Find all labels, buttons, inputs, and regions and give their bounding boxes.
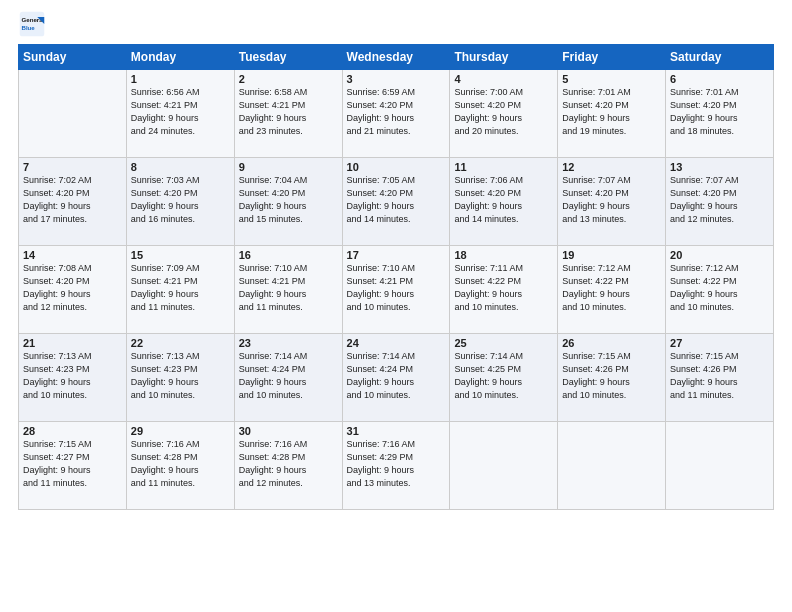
day-info: Sunrise: 7:13 AM Sunset: 4:23 PM Dayligh… (23, 350, 122, 402)
day-number: 17 (347, 249, 446, 261)
day-of-week-header: Tuesday (234, 45, 342, 70)
calendar-cell: 21Sunrise: 7:13 AM Sunset: 4:23 PM Dayli… (19, 334, 127, 422)
calendar-cell: 31Sunrise: 7:16 AM Sunset: 4:29 PM Dayli… (342, 422, 450, 510)
day-number: 30 (239, 425, 338, 437)
day-info: Sunrise: 7:16 AM Sunset: 4:29 PM Dayligh… (347, 438, 446, 490)
calendar-cell: 29Sunrise: 7:16 AM Sunset: 4:28 PM Dayli… (126, 422, 234, 510)
day-number: 22 (131, 337, 230, 349)
day-number: 28 (23, 425, 122, 437)
calendar-cell: 19Sunrise: 7:12 AM Sunset: 4:22 PM Dayli… (558, 246, 666, 334)
calendar-week-row: 21Sunrise: 7:13 AM Sunset: 4:23 PM Dayli… (19, 334, 774, 422)
day-of-week-header: Saturday (666, 45, 774, 70)
calendar-body: 1Sunrise: 6:56 AM Sunset: 4:21 PM Daylig… (19, 70, 774, 510)
day-info: Sunrise: 7:06 AM Sunset: 4:20 PM Dayligh… (454, 174, 553, 226)
day-info: Sunrise: 6:59 AM Sunset: 4:20 PM Dayligh… (347, 86, 446, 138)
day-info: Sunrise: 7:12 AM Sunset: 4:22 PM Dayligh… (562, 262, 661, 314)
day-number: 25 (454, 337, 553, 349)
day-number: 15 (131, 249, 230, 261)
day-info: Sunrise: 7:08 AM Sunset: 4:20 PM Dayligh… (23, 262, 122, 314)
day-number: 10 (347, 161, 446, 173)
day-info: Sunrise: 7:04 AM Sunset: 4:20 PM Dayligh… (239, 174, 338, 226)
day-number: 3 (347, 73, 446, 85)
calendar-cell: 28Sunrise: 7:15 AM Sunset: 4:27 PM Dayli… (19, 422, 127, 510)
day-number: 23 (239, 337, 338, 349)
day-info: Sunrise: 7:05 AM Sunset: 4:20 PM Dayligh… (347, 174, 446, 226)
calendar-cell: 10Sunrise: 7:05 AM Sunset: 4:20 PM Dayli… (342, 158, 450, 246)
day-number: 11 (454, 161, 553, 173)
calendar-cell: 5Sunrise: 7:01 AM Sunset: 4:20 PM Daylig… (558, 70, 666, 158)
logo-icon: General Blue (18, 10, 46, 38)
calendar-cell: 6Sunrise: 7:01 AM Sunset: 4:20 PM Daylig… (666, 70, 774, 158)
calendar-cell: 23Sunrise: 7:14 AM Sunset: 4:24 PM Dayli… (234, 334, 342, 422)
day-number: 24 (347, 337, 446, 349)
calendar-cell: 3Sunrise: 6:59 AM Sunset: 4:20 PM Daylig… (342, 70, 450, 158)
calendar-cell: 24Sunrise: 7:14 AM Sunset: 4:24 PM Dayli… (342, 334, 450, 422)
calendar-cell (666, 422, 774, 510)
day-number: 21 (23, 337, 122, 349)
calendar-cell: 2Sunrise: 6:58 AM Sunset: 4:21 PM Daylig… (234, 70, 342, 158)
day-number: 8 (131, 161, 230, 173)
calendar-cell (558, 422, 666, 510)
logo: General Blue (18, 10, 50, 38)
calendar-cell: 30Sunrise: 7:16 AM Sunset: 4:28 PM Dayli… (234, 422, 342, 510)
day-number: 13 (670, 161, 769, 173)
day-info: Sunrise: 7:12 AM Sunset: 4:22 PM Dayligh… (670, 262, 769, 314)
day-number: 18 (454, 249, 553, 261)
calendar-week-row: 28Sunrise: 7:15 AM Sunset: 4:27 PM Dayli… (19, 422, 774, 510)
day-info: Sunrise: 7:09 AM Sunset: 4:21 PM Dayligh… (131, 262, 230, 314)
day-number: 26 (562, 337, 661, 349)
day-number: 6 (670, 73, 769, 85)
day-of-week-header: Monday (126, 45, 234, 70)
calendar-cell: 7Sunrise: 7:02 AM Sunset: 4:20 PM Daylig… (19, 158, 127, 246)
day-number: 7 (23, 161, 122, 173)
day-info: Sunrise: 7:01 AM Sunset: 4:20 PM Dayligh… (670, 86, 769, 138)
calendar-cell: 8Sunrise: 7:03 AM Sunset: 4:20 PM Daylig… (126, 158, 234, 246)
day-info: Sunrise: 7:14 AM Sunset: 4:24 PM Dayligh… (347, 350, 446, 402)
calendar-cell: 12Sunrise: 7:07 AM Sunset: 4:20 PM Dayli… (558, 158, 666, 246)
day-of-week-header: Friday (558, 45, 666, 70)
calendar-cell: 17Sunrise: 7:10 AM Sunset: 4:21 PM Dayli… (342, 246, 450, 334)
day-info: Sunrise: 7:00 AM Sunset: 4:20 PM Dayligh… (454, 86, 553, 138)
day-number: 4 (454, 73, 553, 85)
calendar-cell (450, 422, 558, 510)
calendar-cell: 13Sunrise: 7:07 AM Sunset: 4:20 PM Dayli… (666, 158, 774, 246)
day-number: 12 (562, 161, 661, 173)
day-info: Sunrise: 7:11 AM Sunset: 4:22 PM Dayligh… (454, 262, 553, 314)
svg-text:Blue: Blue (22, 24, 36, 31)
calendar-cell: 1Sunrise: 6:56 AM Sunset: 4:21 PM Daylig… (126, 70, 234, 158)
day-header-row: SundayMondayTuesdayWednesdayThursdayFrid… (19, 45, 774, 70)
header: General Blue (18, 10, 774, 38)
day-info: Sunrise: 7:16 AM Sunset: 4:28 PM Dayligh… (131, 438, 230, 490)
calendar-cell: 14Sunrise: 7:08 AM Sunset: 4:20 PM Dayli… (19, 246, 127, 334)
day-number: 14 (23, 249, 122, 261)
day-of-week-header: Wednesday (342, 45, 450, 70)
day-info: Sunrise: 7:03 AM Sunset: 4:20 PM Dayligh… (131, 174, 230, 226)
day-info: Sunrise: 7:01 AM Sunset: 4:20 PM Dayligh… (562, 86, 661, 138)
day-info: Sunrise: 6:56 AM Sunset: 4:21 PM Dayligh… (131, 86, 230, 138)
day-info: Sunrise: 7:16 AM Sunset: 4:28 PM Dayligh… (239, 438, 338, 490)
day-of-week-header: Sunday (19, 45, 127, 70)
calendar-cell: 15Sunrise: 7:09 AM Sunset: 4:21 PM Dayli… (126, 246, 234, 334)
calendar-header: SundayMondayTuesdayWednesdayThursdayFrid… (19, 45, 774, 70)
day-number: 20 (670, 249, 769, 261)
day-info: Sunrise: 7:14 AM Sunset: 4:24 PM Dayligh… (239, 350, 338, 402)
day-info: Sunrise: 7:15 AM Sunset: 4:26 PM Dayligh… (562, 350, 661, 402)
calendar-cell: 16Sunrise: 7:10 AM Sunset: 4:21 PM Dayli… (234, 246, 342, 334)
calendar-cell: 25Sunrise: 7:14 AM Sunset: 4:25 PM Dayli… (450, 334, 558, 422)
day-info: Sunrise: 7:13 AM Sunset: 4:23 PM Dayligh… (131, 350, 230, 402)
calendar-week-row: 14Sunrise: 7:08 AM Sunset: 4:20 PM Dayli… (19, 246, 774, 334)
day-of-week-header: Thursday (450, 45, 558, 70)
calendar-cell: 27Sunrise: 7:15 AM Sunset: 4:26 PM Dayli… (666, 334, 774, 422)
day-number: 31 (347, 425, 446, 437)
calendar-cell: 22Sunrise: 7:13 AM Sunset: 4:23 PM Dayli… (126, 334, 234, 422)
calendar-week-row: 7Sunrise: 7:02 AM Sunset: 4:20 PM Daylig… (19, 158, 774, 246)
day-info: Sunrise: 7:02 AM Sunset: 4:20 PM Dayligh… (23, 174, 122, 226)
calendar-cell: 20Sunrise: 7:12 AM Sunset: 4:22 PM Dayli… (666, 246, 774, 334)
day-number: 16 (239, 249, 338, 261)
day-number: 2 (239, 73, 338, 85)
calendar-week-row: 1Sunrise: 6:56 AM Sunset: 4:21 PM Daylig… (19, 70, 774, 158)
day-info: Sunrise: 7:14 AM Sunset: 4:25 PM Dayligh… (454, 350, 553, 402)
day-info: Sunrise: 7:07 AM Sunset: 4:20 PM Dayligh… (562, 174, 661, 226)
calendar-cell: 26Sunrise: 7:15 AM Sunset: 4:26 PM Dayli… (558, 334, 666, 422)
calendar-table: SundayMondayTuesdayWednesdayThursdayFrid… (18, 44, 774, 510)
